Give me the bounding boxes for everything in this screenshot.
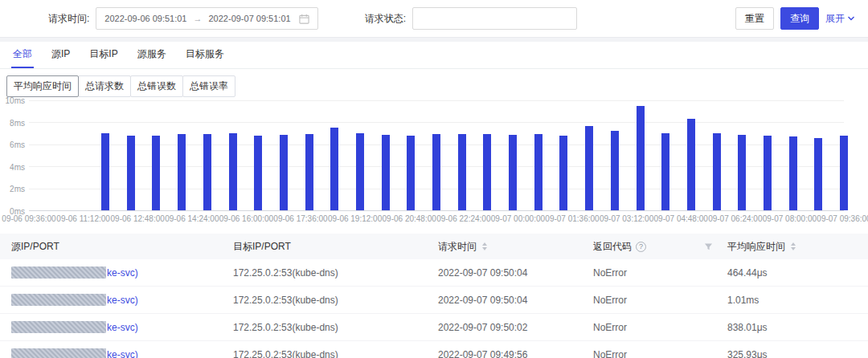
metric-total-requests[interactable]: 总请求数 (78, 75, 131, 97)
chart-bar[interactable] (534, 134, 542, 210)
col-target-ip-port: 目标IP/PORT (233, 240, 438, 254)
col-return-code: 返回代码 ? (593, 240, 727, 254)
help-icon[interactable]: ? (636, 242, 646, 252)
x-axis-label: 09-06 16:00:00 (219, 214, 273, 223)
chart-bar[interactable] (330, 128, 338, 210)
avg-response-cell: 464.44μs (727, 267, 868, 279)
tab-source-service[interactable]: 源服务 (136, 47, 168, 68)
avg-response-time-chart: 10ms8ms6ms4ms2ms0ms 09-06 09:36:0009-06 … (6, 100, 849, 230)
filter-actions: 重置 查询 展开 (735, 7, 855, 30)
chart-bar[interactable] (407, 136, 415, 210)
return-code-cell: NoError (593, 322, 727, 333)
tab-all[interactable]: 全部 (11, 47, 34, 68)
chart-bar[interactable] (814, 138, 822, 210)
source-service-link[interactable]: ke-svc) (107, 349, 138, 358)
x-axis-label: 09-06 17:36:00 (273, 214, 327, 223)
sort-avg-response-time[interactable] (791, 242, 796, 250)
y-axis-label: 6ms (10, 140, 25, 149)
source-service-link[interactable]: ke-svc) (107, 267, 138, 279)
chart-bar[interactable] (559, 136, 567, 210)
gridline (29, 122, 844, 123)
x-axis-label: 09-07 04:48:00 (654, 214, 708, 223)
col-source-label: 源IP/PORT (11, 240, 59, 254)
chart-bar[interactable] (432, 134, 440, 210)
target-ip-cell: 172.25.0.2:53(kube-dns) (233, 349, 438, 358)
x-axis-label: 09-06 14:24:00 (165, 214, 219, 223)
range-separator: → (194, 14, 203, 23)
chart-bar[interactable] (637, 106, 645, 210)
source-service-link[interactable]: ke-svc) (107, 322, 138, 333)
chart-bar[interactable] (203, 134, 211, 210)
redacted-source-ip (11, 348, 106, 358)
chevron-down-icon (847, 14, 855, 22)
query-button[interactable]: 查询 (780, 7, 819, 30)
chart-bar[interactable] (611, 131, 619, 210)
chart-bar[interactable] (483, 134, 491, 210)
gridline (29, 100, 844, 101)
x-axis: 09-06 09:36:0009-06 11:12:0009-06 12:48:… (29, 214, 844, 226)
col-target-label: 目标IP/PORT (233, 240, 291, 254)
redacted-source-ip (11, 294, 106, 306)
request-time-cell: 2022-09-07 09:50:04 (438, 295, 593, 306)
chart-bar[interactable] (661, 133, 669, 210)
request-status-input[interactable] (412, 7, 577, 30)
filter-bar: 请求时间: 2022-09-06 09:51:01 → 2022-09-07 0… (0, 0, 868, 37)
reset-button[interactable]: 重置 (735, 7, 774, 30)
time-end-value[interactable]: 2022-09-07 09:51:01 (209, 14, 291, 23)
chart-bar[interactable] (127, 136, 135, 210)
chart-bar[interactable] (305, 134, 313, 210)
y-axis-label: 4ms (10, 162, 25, 171)
chart-bar[interactable] (254, 136, 262, 210)
x-axis-label: 09-07 06:24:00 (708, 214, 762, 223)
request-time-cell: 2022-09-07 09:49:56 (438, 349, 593, 358)
sort-request-time[interactable] (482, 242, 487, 250)
chart-bar[interactable] (101, 133, 109, 210)
chart-bar[interactable] (764, 136, 772, 210)
chart-plot-area (29, 100, 844, 211)
filter-funnel-icon[interactable] (704, 242, 713, 251)
request-time-label: 请求时间: (48, 12, 89, 26)
request-status-label: 请求状态: (365, 12, 406, 26)
request-time-cell: 2022-09-07 09:50:02 (438, 322, 593, 333)
target-ip-cell: 172.25.0.2:53(kube-dns) (233, 267, 438, 279)
time-range-picker[interactable]: 2022-09-06 09:51:01 → 2022-09-07 09:51:0… (96, 7, 317, 30)
table-row: ke-svc) 172.25.0.2:53(kube-dns) 2022-09-… (0, 287, 868, 314)
request-status-field: 请求状态: (365, 7, 577, 30)
calendar-icon[interactable] (299, 14, 309, 24)
chart-bar[interactable] (585, 126, 593, 210)
avg-response-cell: 1.01ms (727, 295, 868, 306)
chart-bar[interactable] (789, 136, 797, 210)
chart-bar[interactable] (687, 119, 695, 210)
table-row: ke-svc) 172.25.0.2:53(kube-dns) 2022-09-… (0, 314, 868, 341)
return-code-cell: NoError (593, 295, 727, 306)
chart-bar[interactable] (178, 134, 186, 210)
chart-bar[interactable] (280, 135, 288, 210)
tab-target-ip[interactable]: 目标IP (88, 47, 119, 68)
source-ip-cell: ke-svc) (11, 348, 233, 358)
chart-bar[interactable] (382, 135, 390, 210)
tab-source-ip[interactable]: 源IP (50, 47, 72, 68)
time-start-value[interactable]: 2022-09-06 09:51:01 (104, 14, 186, 23)
chart-bar[interactable] (458, 134, 466, 210)
table-header: 源IP/PORT 目标IP/PORT 请求时间 返回代码 ? 平均响应时间 (0, 234, 868, 259)
chart-bar[interactable] (840, 136, 848, 210)
x-axis-label: 09-06 11:12:00 (56, 214, 110, 223)
metric-total-error-rate[interactable]: 总错误率 (182, 75, 235, 97)
chart-bar[interactable] (509, 135, 517, 210)
chart-bar[interactable] (738, 135, 746, 210)
chart-bar[interactable] (229, 133, 237, 210)
col-code-label: 返回代码 (593, 240, 632, 254)
source-service-link[interactable]: ke-svc) (107, 295, 138, 306)
y-axis-label: 8ms (10, 118, 25, 127)
chart-bar[interactable] (713, 133, 721, 210)
tab-target-service[interactable]: 目标服务 (184, 47, 226, 68)
x-axis-label: 09-07 03:12:00 (600, 214, 653, 223)
chart-bar[interactable] (356, 133, 364, 210)
chart-bar[interactable] (152, 136, 160, 210)
metric-total-errors[interactable]: 总错误数 (130, 75, 183, 97)
avg-response-cell: 838.01μs (727, 322, 868, 333)
col-request-time: 请求时间 (438, 240, 593, 254)
metric-toggle-group: 平均响应时间 总请求数 总错误数 总错误率 (6, 75, 235, 97)
expand-toggle[interactable]: 展开 (825, 12, 855, 26)
metric-avg-response-time[interactable]: 平均响应时间 (6, 75, 79, 97)
